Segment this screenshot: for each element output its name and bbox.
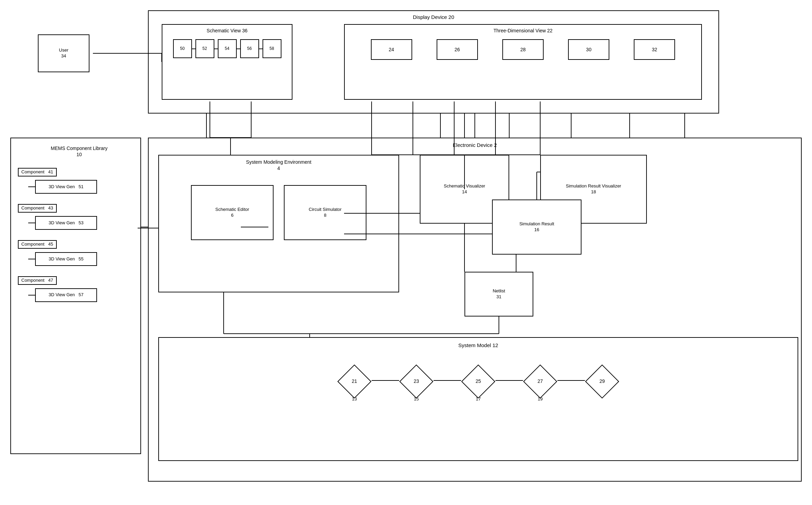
gen-57: 3D View Gen 57 [35, 288, 97, 302]
user-label: User [59, 47, 68, 53]
user-box: User 34 [38, 34, 89, 72]
circuit-simulator-label: Circuit Simulator [309, 207, 341, 213]
node-21-label: 21 [352, 378, 357, 384]
gen-55: 3D View Gen 55 [35, 252, 97, 266]
schematic-view-box: Schematic View 36 50 52 54 56 58 [162, 24, 292, 100]
tab-30: 30 [568, 39, 609, 60]
three-d-view-label: Three-Dimensional View 22 [493, 28, 553, 34]
electronic-device-label: Electronic Device 2 [453, 142, 497, 149]
component-45: Component 45 [18, 240, 57, 249]
circuit-simulator-box: Circuit Simulator 8 [284, 185, 366, 240]
tab-54: 54 [218, 39, 237, 58]
schematic-editor-box: Schematic Editor 6 [191, 185, 274, 240]
schematic-visualizer-label: Schematic Visualizer [444, 183, 485, 189]
component-43: Component 43 [18, 204, 57, 213]
simulation-result-visualizer-label: Simulation Result Visualizer [566, 183, 621, 189]
tab-50: 50 [173, 39, 192, 58]
tab-32: 32 [634, 39, 675, 60]
system-model-box: System Model 12 21 13 23 15 [158, 337, 798, 461]
node-23-label: 23 [414, 378, 419, 384]
user-number: 34 [61, 53, 66, 59]
system-modeling-number: 4 [277, 165, 280, 171]
system-modeling-box: System Modeling Environment 4 Schematic … [158, 155, 399, 292]
tab-28: 28 [502, 39, 544, 60]
schematic-editor-number: 6 [231, 213, 233, 218]
tab-58: 58 [263, 39, 281, 58]
tab-56: 56 [240, 39, 259, 58]
mems-label: MEMS Component Library [18, 145, 140, 151]
circuit-simulator-number: 8 [324, 213, 326, 218]
node-27-label: 27 [537, 378, 543, 384]
simulation-result-number: 16 [534, 227, 539, 233]
gen-51: 3D View Gen 51 [35, 180, 97, 194]
simulation-result-label: Simulation Result [519, 221, 554, 227]
simulation-result-visualizer-number: 18 [591, 189, 596, 195]
system-model-label: System Model 12 [458, 342, 498, 349]
component-47: Component 47 [18, 276, 57, 285]
mems-library-box: MEMS Component Library 10 Component 41 3… [10, 138, 141, 454]
component-41: Component 41 [18, 168, 57, 176]
schematic-editor-label: Schematic Editor [215, 207, 249, 213]
diagram: User 34 Display Device 20 Schematic View… [0, 0, 812, 505]
simulation-result-box: Simulation Result 16 [492, 200, 581, 255]
three-d-view-box: Three-Dimensional View 22 24 26 28 30 32 [344, 24, 702, 100]
netlist-number: 31 [496, 294, 501, 300]
schematic-visualizer-number: 14 [462, 189, 467, 195]
node-29-label: 29 [599, 378, 605, 384]
schematic-view-label: Schematic View 36 [207, 28, 248, 34]
system-modeling-label: System Modeling Environment [246, 159, 311, 165]
tab-24: 24 [371, 39, 412, 60]
mems-number: 10 [18, 151, 140, 158]
tab-26: 26 [437, 39, 478, 60]
node-25-label: 25 [476, 378, 481, 384]
netlist-box: Netlist 31 [464, 272, 533, 316]
display-device-label: Display Device 20 [413, 14, 454, 21]
gen-53: 3D View Gen 53 [35, 216, 97, 230]
netlist-label: Netlist [493, 288, 505, 294]
tab-52: 52 [195, 39, 214, 58]
